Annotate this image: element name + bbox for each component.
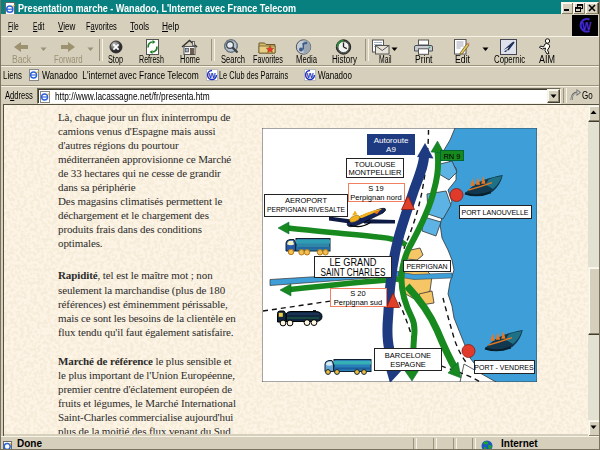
svg-text:BARCELONE: BARCELONE <box>385 351 431 360</box>
svg-text:PORT - VENDRES: PORT - VENDRES <box>474 364 534 371</box>
svg-text:Perpignan nord: Perpignan nord <box>350 193 401 202</box>
svg-text:PORT LANOUVELLE: PORT LANOUVELLE <box>461 209 528 216</box>
svg-text:AEROPORT: AEROPORT <box>285 196 327 205</box>
svg-text:Autoroute: Autoroute <box>374 136 409 145</box>
svg-text:PERPIGNAN RIVESALTE: PERPIGNAN RIVESALTE <box>267 205 345 214</box>
svg-text:PERPIGNAN: PERPIGNAN <box>406 263 447 270</box>
svg-text:W: W <box>582 21 592 32</box>
svg-text:W: W <box>209 71 217 80</box>
svg-text:SAINT CHARLES: SAINT CHARLES <box>321 267 386 278</box>
svg-text:A9: A9 <box>386 145 396 154</box>
svg-text:W: W <box>307 71 315 80</box>
svg-text:ESPAGNE: ESPAGNE <box>390 360 426 369</box>
svg-text:MONTPELLIER: MONTPELLIER <box>349 168 403 177</box>
svg-text:RN 9: RN 9 <box>443 152 460 161</box>
svg-text:Perpignan sud: Perpignan sud <box>334 298 382 307</box>
